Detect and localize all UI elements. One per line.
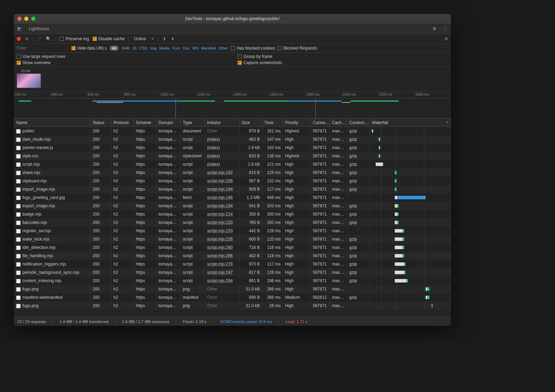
filter-type-other[interactable]: Other [219,46,228,50]
col-conne[interactable]: Conne… [311,119,330,127]
col-priority[interactable]: Priority [283,119,311,127]
throttle-select[interactable]: Online [133,36,147,41]
ruler-tick: 800 ms [123,93,160,98]
col-name[interactable]: Name [14,119,91,127]
table-row[interactable]: manifest.webmanifest200h2httpstomayac…ma… [14,293,451,302]
table-row[interactable]: content_indexing.mjs200h2httpstomayac…sc… [14,277,451,285]
minimize-icon[interactable] [24,17,28,21]
show-overview-checkbox[interactable]: Show overview [17,60,224,65]
ruler-tick: 1400 ms [232,93,269,98]
clear-icon[interactable]: ⊘ [24,36,29,41]
request-table[interactable]: NameStatusProtocolSchemeDomainTypeInitia… [14,119,451,317]
zoom-icon[interactable] [31,17,35,21]
table-row[interactable]: share.mjs200h2httpstomayac…scriptscript.… [14,168,451,177]
chevron-down-icon[interactable]: ▼ [151,37,154,41]
disable-cache-checkbox[interactable]: Disable cache [93,36,125,41]
disable-cache-label: Disable cache [99,36,125,41]
close-icon[interactable] [17,17,22,21]
table-row[interactable]: wake_lock.mjs200h2httpstomayac…scriptscr… [14,235,451,243]
status-transferred: 1.4 MB / 1.4 MB transferred [59,320,108,324]
filter-type-img[interactable]: Img [150,46,156,50]
col-type[interactable]: Type [181,119,205,127]
table-row[interactable]: script.mjs200h2httpstomayac…script(index… [14,160,451,168]
table-row[interactable]: badge.mjs200h2httpstomayac…scriptscript.… [14,210,451,218]
file-icon [16,188,20,192]
filter-type-media[interactable]: Media [159,46,170,50]
filmstrip-time: 13 ms [21,69,448,73]
col-time[interactable]: Time [262,119,283,127]
status-dcl: DOMContentLoaded: 874 ms [220,320,272,324]
col-size[interactable]: Size [240,119,262,127]
ruler-tick: 1000 ms [160,93,196,98]
file-icon [16,196,20,200]
filter-type-xhr[interactable]: XHR [121,46,129,50]
capture-screenshots-checkbox[interactable]: Capture screenshots [238,60,282,65]
filter-type-font[interactable]: Font [172,46,180,50]
record-icon[interactable] [17,37,21,41]
table-row[interactable]: barcodes.mjs200h2httpstomayac…scriptscri… [14,218,451,227]
table-row[interactable]: dark_mode.mjs200h2httpstomayac…script(in… [14,135,451,143]
download-icon[interactable]: ⬇ [170,36,175,41]
filter-type-ws[interactable]: WS [193,46,199,50]
file-icon [16,138,20,142]
ruler-tick: 2400 ms [415,93,451,98]
titlebar: DevTools - tomayac.github.io/fugu-greeti… [14,14,451,24]
table-row[interactable]: pointer-tracker.js200h2httpstomayac…scri… [14,143,451,152]
file-icon [16,212,20,217]
col-initiator[interactable]: Initiator [205,119,240,127]
has-blocked-cookies-checkbox[interactable]: Has blocked cookies [231,46,275,51]
filter-type-js[interactable]: JS [132,46,137,50]
col-status[interactable]: Status [91,119,111,127]
ruler-tick: 1800 ms [305,93,342,98]
upload-icon[interactable]: ⬆ [162,36,167,41]
window-title: DevTools - tomayac.github.io/fugu-greeti… [14,16,451,21]
traffic-lights [17,17,35,21]
file-icon [16,163,20,167]
file-icon [16,171,20,175]
use-large-rows-checkbox[interactable]: Use large request rows [17,54,224,59]
file-icon [16,287,20,291]
inspect-icon[interactable]: ◩ [14,26,25,31]
filter-type-all[interactable]: All [110,46,119,51]
col-scheme[interactable]: Scheme [134,119,156,127]
table-row[interactable]: notification_triggers.mjs200h2httpstomay… [14,260,451,268]
screenshot-thumbnail[interactable] [17,73,41,88]
table-row[interactable]: import_image.mjs200h2httpstomayac…script… [14,185,451,193]
table-row[interactable]: fugu.png200h2httpstomayac…pngOther31.0 k… [14,285,451,293]
more-icon[interactable]: ⋮ [440,26,451,31]
filter-type-manifest[interactable]: Manifest [201,46,216,50]
table-row[interactable]: public/200h2httpstomayac…documentOther87… [14,127,451,136]
col-domain[interactable]: Domain [156,119,181,127]
filter-input[interactable] [17,45,69,51]
status-requests: 22 / 23 requests [17,320,46,324]
col-cach[interactable]: Cach… [330,119,347,127]
group-by-frame-checkbox[interactable]: Group by frame [238,54,282,59]
table-row[interactable]: file_handling.mjs200h2httpstomayac…scrip… [14,252,451,260]
hide-data-urls-checkbox[interactable]: Hide data URLs [71,46,107,51]
filter-icon[interactable]: ▽ [37,36,42,41]
col-protocol[interactable]: Protocol [111,119,134,127]
table-row[interactable]: export_image.mjs200h2httpstomayac…script… [14,202,451,210]
blocked-requests-checkbox[interactable]: Blocked Requests [278,46,317,51]
status-resources: 1.4 MB / 2.7 MB resources [122,320,169,324]
preserve-log-checkbox[interactable]: Preserve log [60,36,89,41]
table-row[interactable]: fugu.png200h2httpstomayac…pngOther31.0 k… [14,302,451,310]
file-icon [16,304,20,308]
network-settings-icon[interactable]: ⚙ [444,36,448,41]
settings-icon[interactable]: ⚙ [429,26,440,31]
table-row[interactable]: register_sw.mjs200h2httpstomayac…scripts… [14,227,451,235]
tab-lighthouse[interactable]: Lighthouse [25,24,60,33]
table-row[interactable]: idle_detection.mjs200h2httpstomayac…scri… [14,243,451,252]
table-row[interactable]: clipboard.mjs200h2httpstomayac…scriptscr… [14,177,451,185]
table-row[interactable]: style.css200h2httpstomayac…stylesheet(in… [14,152,451,160]
preserve-log-label: Preserve log [66,36,89,41]
col-waterfall[interactable]: Waterfall▲ [370,119,451,127]
filter-type-doc[interactable]: Doc [183,46,190,50]
filter-type-css[interactable]: CSS [139,46,147,50]
table-row[interactable]: periodic_background_sync.mjs200h2httpsto… [14,268,451,277]
col-content[interactable]: Content-… [347,119,370,127]
search-icon[interactable]: 🔍 [45,36,52,41]
table-row[interactable]: fugu_greeting_card.jpg200h2httpstomayac…… [14,193,451,202]
status-finish: Finish: 2.19 s [183,320,206,324]
timeline-overview[interactable]: 200 ms400 ms600 ms800 ms1000 ms1200 ms14… [14,92,451,119]
